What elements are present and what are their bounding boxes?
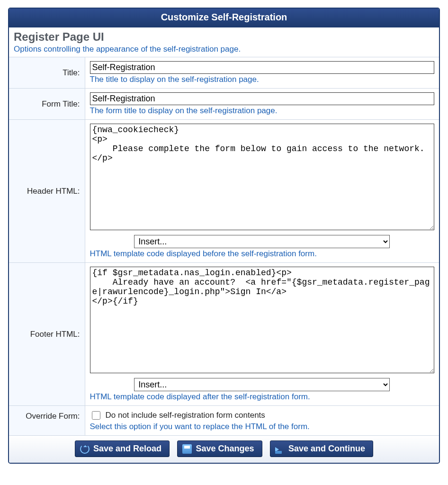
header-html-textarea[interactable] bbox=[90, 124, 435, 230]
save-changes-label: Save Changes bbox=[196, 444, 254, 454]
footer-html-textarea[interactable] bbox=[90, 267, 435, 373]
section-header: Register Page UI Options controlling the… bbox=[9, 27, 439, 57]
header-insert-select[interactable]: Insert... bbox=[134, 235, 390, 248]
title-input[interactable] bbox=[90, 61, 435, 74]
row-footer-html: Footer HTML: Insert... HTML template cod… bbox=[9, 263, 439, 406]
button-row: Save and Reload Save Changes Save and Co… bbox=[9, 435, 439, 463]
save-and-reload-label: Save and Reload bbox=[93, 444, 161, 454]
footer-insert-select[interactable]: Insert... bbox=[134, 378, 390, 391]
label-title: Title: bbox=[9, 57, 85, 89]
section-subtitle: Options controlling the appearance of th… bbox=[14, 45, 434, 54]
help-override-form: Select this option if you want to replac… bbox=[90, 422, 435, 431]
form-table: Title: The title to display on the self-… bbox=[9, 57, 439, 435]
continue-icon bbox=[275, 444, 285, 454]
panel-title: Customize Self-Registration bbox=[9, 9, 439, 27]
section-title: Register Page UI bbox=[14, 30, 434, 44]
row-form-title: Form Title: The form title to display on… bbox=[9, 89, 439, 120]
customize-self-registration-panel: Customize Self-Registration Register Pag… bbox=[8, 8, 440, 464]
label-header-html: Header HTML: bbox=[9, 120, 85, 263]
reload-icon bbox=[80, 444, 90, 454]
save-and-continue-button[interactable]: Save and Continue bbox=[270, 440, 373, 457]
override-form-checkbox[interactable] bbox=[92, 411, 100, 420]
override-form-checkbox-label: Do not include self-registration form co… bbox=[106, 411, 265, 420]
label-footer-html: Footer HTML: bbox=[9, 263, 85, 406]
save-changes-button[interactable]: Save Changes bbox=[177, 440, 262, 457]
row-header-html: Header HTML: Insert... HTML template cod… bbox=[9, 120, 439, 263]
row-override-form: Override Form: Do not include self-regis… bbox=[9, 406, 439, 436]
help-footer-html: HTML template code displayed after the s… bbox=[90, 392, 435, 402]
form-title-input[interactable] bbox=[90, 92, 435, 105]
help-header-html: HTML template code displayed before the … bbox=[90, 249, 435, 259]
save-icon bbox=[182, 444, 192, 454]
override-form-label-wrap[interactable]: Do not include self-registration form co… bbox=[90, 410, 435, 421]
label-form-title: Form Title: bbox=[9, 89, 85, 120]
help-title: The title to display on the self-registr… bbox=[90, 75, 435, 84]
help-form-title: The form title to display on the self-re… bbox=[90, 106, 435, 116]
label-override-form: Override Form: bbox=[9, 406, 85, 436]
row-title: Title: The title to display on the self-… bbox=[9, 57, 439, 89]
save-and-reload-button[interactable]: Save and Reload bbox=[75, 440, 170, 457]
save-and-continue-label: Save and Continue bbox=[288, 444, 365, 454]
